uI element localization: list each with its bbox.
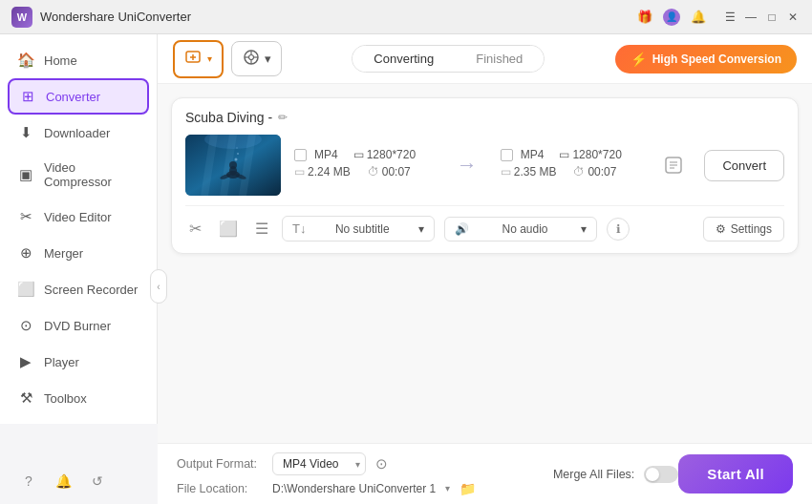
cut-action-button[interactable]: ✂ <box>185 218 205 240</box>
target-time-icon: ⏱ <box>573 165 585 178</box>
top-toolbar: ▾ ▾ <box>158 34 812 84</box>
maximize-button[interactable]: □ <box>764 10 780 25</box>
svg-point-19 <box>235 158 238 161</box>
sidebar-item-screen-recorder[interactable]: ⬜ Screen Recorder <box>0 271 157 307</box>
sidebar-item-label-editor: Video Editor <box>44 210 112 224</box>
subtitle-value: No subtitle <box>335 222 390 236</box>
convert-button[interactable]: Convert <box>704 150 784 181</box>
sidebar-item-label-recorder: Screen Recorder <box>44 283 138 297</box>
content-area: ▾ ▾ <box>158 34 812 504</box>
sidebar-item-video-editor[interactable]: ✂ Video Editor <box>0 199 157 235</box>
sidebar-item-converter[interactable]: ⊞ Converter <box>8 78 149 115</box>
sidebar-collapse-button[interactable]: ‹ <box>150 269 167 304</box>
edit-title-icon[interactable]: ✏ <box>278 111 288 124</box>
sidebar-item-downloader[interactable]: ⬇ Downloader <box>0 115 157 151</box>
source-resolution: 1280*720 <box>367 148 416 161</box>
file-card-body: MP4 ▭ 1280*720 ▭ 2.24 MB <box>185 135 784 196</box>
file-location-label: File Location: <box>177 482 263 495</box>
hamburger-icon[interactable]: ☰ <box>722 10 737 25</box>
minimize-button[interactable]: — <box>743 10 759 25</box>
merge-all-label: Merge All Files: <box>553 468 634 481</box>
source-duration: 00:07 <box>382 165 411 178</box>
sidebar-item-video-compressor[interactable]: ▣ Video Compressor <box>0 151 157 199</box>
user-icon[interactable]: 👤 <box>663 9 680 26</box>
add-files-icon <box>184 48 203 71</box>
bottom-bar: Output Format: MP4 Video MOV Video AVI V… <box>158 443 812 504</box>
home-icon: 🏠 <box>17 52 34 69</box>
merge-toggle[interactable] <box>644 466 678 483</box>
svg-point-4 <box>249 55 254 60</box>
location-dropdown-arrow[interactable]: ▾ <box>445 483 450 494</box>
source-size-wrapper: ▭ 2.24 MB <box>294 165 351 178</box>
add-files-button[interactable]: ▾ <box>173 40 224 78</box>
tab-group: Converting Finished <box>352 45 545 73</box>
tab-finished[interactable]: Finished <box>455 46 544 72</box>
target-resolution-wrapper: ▭ 1280*720 <box>559 148 621 161</box>
settings-icon: ⚙ <box>716 222 726 236</box>
source-res-icon: ▭ <box>353 148 364 161</box>
sidebar-item-label-compressor: Video Compressor <box>44 160 139 189</box>
target-info: MP4 ▭ 1280*720 ▭ 2.35 MB <box>487 148 653 182</box>
toolbox-icon: ⚒ <box>17 389 34 407</box>
subtitle-icon: T↓ <box>292 221 306 236</box>
sidebar-item-label-converter: Converter <box>46 90 100 104</box>
audio-selector[interactable]: 🔊 No audio ▾ <box>444 217 597 242</box>
file-title-text: Scuba Diving - <box>185 110 272 125</box>
browse-location-icon[interactable]: 📁 <box>459 481 476 496</box>
sidebar-item-label-player: Player <box>44 355 79 369</box>
sidebar-wrapper: 🏠 Home ⊞ Converter ⬇ Downloader ▣ Video … <box>0 34 158 504</box>
speed-label: High Speed Conversion <box>652 52 781 66</box>
editor-icon: ✂ <box>17 208 34 225</box>
list-action-button[interactable]: ☰ <box>251 218 272 240</box>
recorder-icon: ⬜ <box>17 281 34 298</box>
output-format-label: Output Format: <box>177 457 263 471</box>
close-button[interactable]: ✕ <box>785 10 801 25</box>
app-title: Wondershare UniConverter <box>40 10 191 24</box>
target-format: MP4 <box>521 148 545 161</box>
player-icon: ▶ <box>17 353 34 370</box>
sidebar-item-toolbox[interactable]: ⚒ Toolbox <box>0 380 157 416</box>
target-resolution: 1280*720 <box>572 148 621 161</box>
sidebar-item-merger[interactable]: ⊕ Merger <box>0 235 157 271</box>
source-resolution-wrapper: ▭ 1280*720 <box>353 148 416 161</box>
gift-icon[interactable]: 🎁 <box>636 9 653 26</box>
source-format: MP4 <box>314 148 338 161</box>
copy-action-button[interactable]: ⬜ <box>215 218 242 240</box>
output-format-select[interactable]: MP4 Video MOV Video AVI Video MKV Video <box>272 452 366 475</box>
source-time-icon: ⏱ <box>368 165 379 178</box>
downloader-icon: ⬇ <box>17 124 34 141</box>
target-duration: 00:07 <box>588 165 616 178</box>
add-media-button[interactable]: ▾ <box>231 41 282 76</box>
svg-point-16 <box>229 161 237 169</box>
info-button[interactable]: ℹ <box>607 218 630 241</box>
target-size-icon: ▭ <box>501 165 511 178</box>
main-layout: 🏠 Home ⊞ Converter ⬇ Downloader ▣ Video … <box>0 34 812 504</box>
target-format-checkbox <box>501 149 513 161</box>
sidebar-item-player[interactable]: ▶ Player <box>0 344 157 380</box>
high-speed-conversion-button[interactable]: ⚡ High Speed Conversion <box>615 45 797 74</box>
sidebar-item-home[interactable]: 🏠 Home <box>0 42 157 78</box>
start-all-button[interactable]: Start All <box>678 454 793 494</box>
file-location-path: D:\Wondershare UniConverter 1 <box>272 482 436 495</box>
settings-label: Settings <box>731 222 772 236</box>
bell-icon[interactable]: 🔔 <box>690 9 707 26</box>
tab-converting[interactable]: Converting <box>353 46 455 72</box>
file-card-actions: ✂ ⬜ ☰ T↓ No subtitle ▾ 🔊 No audio ▾ <box>185 205 784 242</box>
sidebar-item-label-dvd: DVD Burner <box>44 319 111 333</box>
sidebar-item-dvd-burner[interactable]: ⊙ DVD Burner <box>0 307 157 344</box>
add-files-arrow: ▾ <box>207 53 212 64</box>
app-logo: W <box>11 7 32 28</box>
compressor-icon: ▣ <box>17 166 34 183</box>
settings-button[interactable]: ⚙ Settings <box>703 217 784 242</box>
sidebar-item-label-merger: Merger <box>44 246 83 261</box>
titlebar-right: 🎁 👤 🔔 ☰ — □ ✕ <box>636 9 801 26</box>
sidebar-item-label-toolbox: Toolbox <box>44 391 87 406</box>
encode-settings-icon[interactable] <box>658 155 689 176</box>
output-format-row: Output Format: MP4 Video MOV Video AVI V… <box>177 452 553 475</box>
file-list-area: Scuba Diving - ✏ <box>158 84 812 443</box>
svg-point-20 <box>237 153 239 155</box>
titlebar: W Wondershare UniConverter 🎁 👤 🔔 ☰ — □ ✕ <box>0 0 812 34</box>
subtitle-selector[interactable]: T↓ No subtitle ▾ <box>282 216 435 242</box>
output-encode-icon[interactable]: ⊙ <box>375 455 388 472</box>
window-controls: ☰ — □ ✕ <box>722 10 801 25</box>
